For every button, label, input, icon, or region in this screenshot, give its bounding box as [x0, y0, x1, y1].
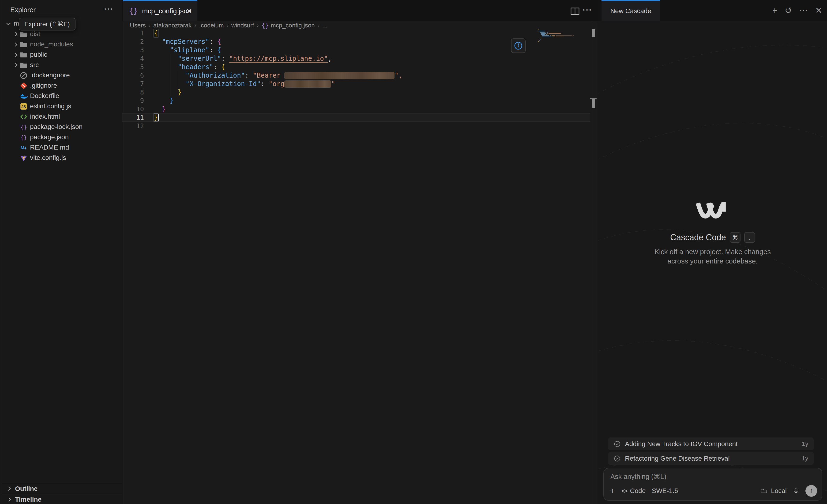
code-line-1[interactable]: 1{: [123, 29, 590, 38]
redacted-secret: [284, 81, 331, 88]
code-line-4[interactable]: 4"serverUrl": "https://mcp.sliplane.io",: [123, 54, 590, 63]
code-line-12[interactable]: 12: [123, 122, 590, 130]
cascade-subtitle: Kick off a new project. Make changes acr…: [598, 247, 827, 266]
breadcrumb-item[interactable]: ...: [322, 22, 328, 29]
tree-file-.gitignore[interactable]: .gitignore: [0, 81, 122, 91]
explorer-header: Explorer ⋯: [0, 0, 122, 19]
line-number: 9: [123, 97, 144, 105]
tree-file-package-lock.json[interactable]: {}package-lock.json: [0, 122, 122, 132]
breadcrumb-item[interactable]: mcp_config.json: [271, 22, 315, 29]
tree-folder-public[interactable]: public: [0, 50, 122, 60]
tree-file-vite.config.js[interactable]: vite.config.js: [0, 153, 122, 163]
folder-label: node_modules: [30, 41, 73, 48]
tree-file-package.json[interactable]: {}package.json: [0, 132, 122, 143]
new-cascade-icon[interactable]: +: [772, 6, 777, 15]
history-item-age: 1y: [802, 455, 808, 462]
code-line-9[interactable]: 9}: [123, 97, 590, 105]
attach-icon[interactable]: +: [610, 486, 615, 496]
code-token: {: [217, 38, 221, 46]
code-token: :: [213, 63, 221, 71]
chevron-right-icon: [13, 62, 19, 68]
svg-text:JS: JS: [21, 105, 26, 109]
editor-scrollbar[interactable]: [590, 21, 598, 504]
code-line-10[interactable]: 10}: [123, 105, 590, 113]
close-tab-icon[interactable]: ✕: [186, 7, 192, 16]
code-line-6[interactable]: 6"Authorization": "Bearer ",: [123, 71, 590, 80]
folder-icon: [20, 51, 28, 59]
code-token: "org: [269, 80, 284, 88]
tree-file-Dockerfile[interactable]: Dockerfile: [0, 91, 122, 101]
history-item[interactable]: Refactoring Gene Disease Retrieval1y: [608, 452, 814, 465]
code-token: "Authorization": [186, 71, 245, 79]
tree-file-.dockerignore[interactable]: .dockerignore: [0, 70, 122, 81]
markdown-icon: M: [20, 144, 28, 152]
history-item-age: 1y: [802, 440, 808, 448]
mode-selector[interactable]: Code: [630, 487, 646, 495]
ignore-icon: [20, 71, 28, 80]
info-button[interactable]: [511, 39, 526, 53]
breadcrumb-separator: ›: [257, 22, 259, 29]
history-icon[interactable]: ↺: [785, 6, 792, 15]
breadcrumb-item[interactable]: Users: [130, 22, 146, 29]
location-selector[interactable]: Local: [771, 487, 787, 495]
file-label: index.html: [30, 113, 60, 120]
sidebar-section-timeline[interactable]: Timeline: [0, 494, 122, 504]
sidebar-section-outline[interactable]: Outline: [0, 483, 122, 494]
code-token: :: [245, 71, 253, 79]
line-number: 8: [123, 88, 144, 97]
breadcrumb-separator: ›: [227, 22, 229, 29]
chevron-right-icon: [13, 41, 19, 48]
folder-label: dist: [30, 30, 40, 38]
breadcrumb-separator: ›: [318, 22, 320, 29]
explorer-more-icon[interactable]: ⋯: [104, 3, 113, 14]
breadcrumb-separator: ›: [194, 22, 196, 29]
file-label: .gitignore: [30, 82, 57, 89]
code-line-11[interactable]: 11}: [123, 113, 590, 122]
line-number: 6: [123, 71, 144, 80]
indent-guide: [178, 71, 178, 88]
send-button[interactable]: ↑: [806, 485, 817, 497]
model-selector[interactable]: SWE-1.5: [652, 487, 678, 495]
tree-folder-src[interactable]: src: [0, 60, 122, 70]
code-token: "mcpServers": [162, 38, 209, 46]
code-line-8[interactable]: 8}: [123, 88, 590, 97]
line-number: 7: [123, 80, 144, 88]
chevron-down-icon: [5, 20, 12, 27]
editor-group: {} mcp_config.json ✕ ⋯ Users›atakanoztar…: [123, 0, 598, 504]
text-cursor: [158, 114, 159, 121]
tree-file-README.md[interactable]: MREADME.md: [0, 143, 122, 153]
code-token: }: [170, 97, 174, 105]
cmd-keycap: ⌘: [730, 232, 740, 243]
code-token: "sliplane": [170, 46, 209, 54]
tab-new-cascade[interactable]: New Cascade: [601, 0, 660, 21]
code-token: {: [221, 63, 225, 71]
code-token: "https://mcp.sliplane.io": [229, 55, 328, 62]
microphone-icon[interactable]: [792, 487, 800, 495]
breadcrumb[interactable]: Users›atakanoztarak›.codeium›windsurf›{}…: [123, 21, 598, 30]
breadcrumb-item[interactable]: windsurf: [231, 22, 254, 29]
panel-more-icon[interactable]: ⋯: [799, 6, 808, 15]
line-number: 4: [123, 54, 144, 63]
minimap[interactable]: [538, 30, 585, 44]
tab-mcp-config-json[interactable]: {} mcp_config.json ✕: [123, 0, 197, 21]
minimap-line: [538, 42, 585, 43]
breadcrumb-item[interactable]: atakanoztarak: [153, 22, 192, 29]
split-editor-icon[interactable]: [571, 7, 579, 15]
line-number: 12: [123, 122, 144, 130]
code-line-7[interactable]: 7"X-Organization-Id": "org": [123, 80, 590, 88]
line-number: 1: [123, 29, 144, 38]
code-line-5[interactable]: 5"headers": {: [123, 63, 590, 71]
tree-folder-dist[interactable]: dist: [0, 29, 122, 39]
folder-icon: [20, 30, 28, 38]
tree-file-eslint.config.js[interactable]: JSeslint.config.js: [0, 101, 122, 112]
editor-more-icon[interactable]: ⋯: [582, 4, 592, 15]
breadcrumb-item[interactable]: .codeium: [199, 22, 224, 29]
chat-input-box[interactable]: Ask anything (⌘L) + <> Code SWE-1.5 Loca…: [603, 468, 822, 501]
tree-file-index.html[interactable]: index.html: [0, 112, 122, 122]
scrollbar-thumb[interactable]: [592, 29, 595, 37]
window-edge-line: [1, 0, 1, 504]
tree-folder-node_modules[interactable]: node_modules: [0, 39, 122, 50]
history-item[interactable]: Adding New Tracks to IGV Component1y: [608, 438, 814, 450]
file-label: README.md: [30, 144, 69, 151]
close-panel-icon[interactable]: ✕: [815, 6, 822, 15]
